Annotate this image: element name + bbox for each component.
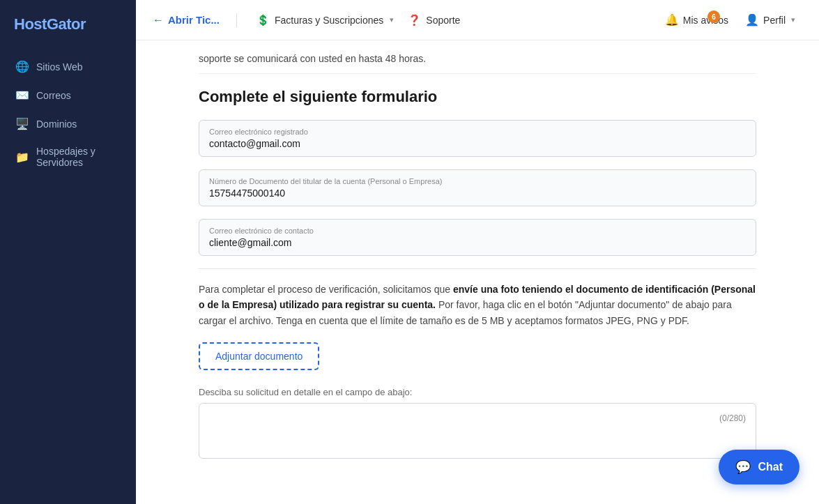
facturas-nav-item[interactable]: 💲 Facturas y Suscripciones ▾: [250, 10, 401, 31]
facturas-label: Facturas y Suscripciones: [275, 15, 383, 26]
content-inner: soporte se comunicará con usted en hasta…: [178, 40, 777, 459]
document-field-value: 15754475000140: [209, 188, 746, 199]
link-en: en: [345, 53, 356, 64]
document-field-label: Número de Documento del titular de la cu…: [209, 177, 746, 185]
contact-email-field: Correo electrónico de contacto cliente@g…: [199, 219, 756, 256]
char-counter: (0/280): [209, 411, 746, 425]
email-field-value: contacto@gmail.com: [209, 138, 746, 149]
soporte-nav-item[interactable]: ❓ Soporte: [401, 10, 467, 31]
sidebar-item-sitios-web[interactable]: 🌐 Sitios Web: [7, 53, 129, 80]
link-48horas: 48 horas: [385, 53, 423, 64]
chat-icon: 💬: [735, 459, 751, 475]
logo: HostGator: [0, 0, 136, 53]
section-title: Complete el siguiente formulario: [199, 88, 756, 106]
back-arrow-icon: ←: [153, 14, 164, 26]
description-label: Desciba su solicitud en detalle en el ca…: [199, 387, 756, 397]
verification-intro: Para completar el proceso de verificació…: [199, 284, 453, 295]
attach-document-button[interactable]: Adjuntar documento: [199, 342, 319, 370]
notifications-badge: 6: [707, 10, 720, 23]
user-icon: 👤: [745, 13, 759, 26]
document-field: Número de Documento del titular de la cu…: [199, 169, 756, 206]
logo-part1: Host: [14, 15, 47, 33]
chat-label: Chat: [758, 461, 783, 473]
sidebar-item-hospedajes[interactable]: 📁 Hospedajes y Servidores: [7, 139, 129, 175]
contact-email-field-group: Correo electrónico de contacto cliente@g…: [199, 219, 756, 256]
globe-icon: 🌐: [15, 60, 28, 73]
top-note: soporte se comunicará con usted en hasta…: [199, 40, 756, 74]
email-field-label: Correo electrónico registrado: [209, 128, 746, 136]
back-button[interactable]: ← Abrir Tic...: [153, 14, 220, 26]
logo-part2: Gator: [47, 15, 86, 33]
sidebar-item-label: Sitios Web: [36, 61, 83, 72]
verification-text: Para completar el proceso de verificació…: [199, 282, 756, 328]
sidebar: HostGator 🌐 Sitios Web ✉️ Correos 🖥️ Dom…: [0, 0, 136, 504]
form-divider: [199, 268, 756, 269]
sidebar-item-label: Hospedajes y Servidores: [36, 146, 121, 168]
mail-icon: ✉️: [15, 89, 28, 102]
folder-icon: 📁: [15, 151, 28, 164]
link-hasta: hasta: [359, 53, 383, 64]
sidebar-item-dominios[interactable]: 🖥️ Dominios: [7, 110, 129, 137]
contact-email-value: cliente@gmail.com: [209, 237, 746, 248]
description-textarea[interactable]: (0/280): [199, 403, 756, 459]
topnav: ← Abrir Tic... 💲 Facturas y Suscripcione…: [136, 0, 819, 40]
topnav-right: 🔔 6 Mis avisos 👤 Perfil ▾: [658, 9, 802, 31]
avisos-label: Mis avisos: [683, 15, 728, 26]
profile-chevron-icon: ▾: [791, 15, 795, 24]
chat-button[interactable]: 💬 Chat: [719, 450, 799, 484]
question-circle-icon: ❓: [408, 14, 421, 26]
bell-icon: 🔔: [665, 13, 679, 26]
email-field-group: Correo electrónico registrado contacto@g…: [199, 120, 756, 157]
sidebar-item-correos[interactable]: ✉️ Correos: [7, 82, 129, 109]
chevron-down-icon: ▾: [390, 15, 394, 24]
notifications-button[interactable]: 🔔 6 Mis avisos: [658, 9, 735, 31]
attach-label: Adjuntar documento: [215, 351, 303, 362]
contact-email-label: Correo electrónico de contacto: [209, 227, 746, 235]
sidebar-nav: 🌐 Sitios Web ✉️ Correos 🖥️ Dominios 📁 Ho…: [0, 53, 136, 175]
sidebar-item-label: Dominios: [36, 119, 77, 130]
dollar-circle-icon: 💲: [257, 14, 270, 26]
document-field-group: Número de Documento del titular de la cu…: [199, 169, 756, 206]
sidebar-item-label: Correos: [36, 90, 71, 101]
content-area: soporte se comunicará con usted en hasta…: [136, 40, 819, 504]
soporte-label: Soporte: [426, 15, 460, 26]
main-container: ← Abrir Tic... 💲 Facturas y Suscripcione…: [136, 0, 819, 504]
link-comunicara: comunicará: [247, 53, 297, 64]
email-field: Correo electrónico registrado contacto@g…: [199, 120, 756, 157]
back-label: Abrir Tic...: [168, 14, 220, 26]
monitor-icon: 🖥️: [15, 117, 28, 130]
profile-button[interactable]: 👤 Perfil ▾: [738, 9, 802, 31]
perfil-label: Perfil: [763, 15, 786, 26]
topnav-divider: [236, 13, 237, 27]
